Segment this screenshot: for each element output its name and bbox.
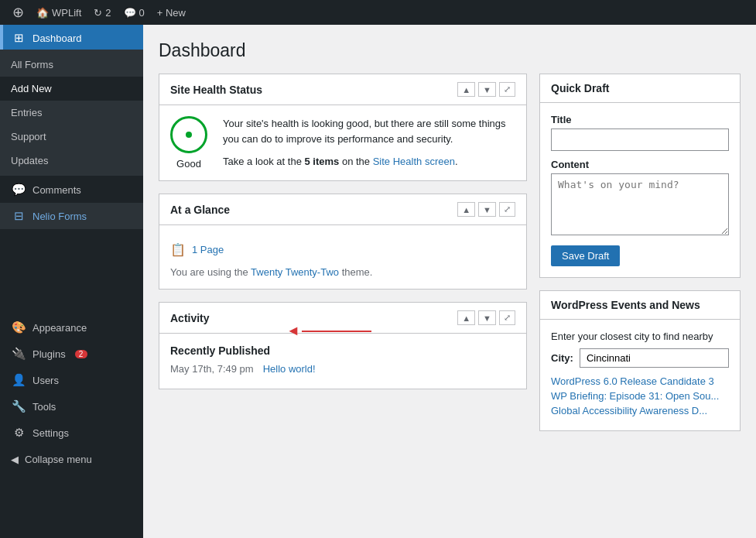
sidebar-label: Users [32, 375, 59, 386]
ata-collapse-up-btn[interactable]: ▲ [457, 202, 475, 217]
title-input[interactable] [551, 129, 729, 151]
nelio-support[interactable]: Support [0, 125, 143, 149]
activity-body: Recently Published May 17th, 7:49 pm Hel… [159, 334, 526, 389]
sidebar-item-users[interactable]: 👤 Users [0, 367, 143, 393]
home-icon: 🏠 [36, 7, 49, 19]
appearance-icon: 🎨 [11, 320, 26, 334]
collapse-up-btn[interactable]: ▲ [457, 82, 475, 97]
new-content-item[interactable]: + New [151, 0, 192, 25]
news-link-1[interactable]: WordPress 6.0 Release Candidate 3 [551, 375, 729, 387]
health-text: Your site's health is looking good, but … [223, 116, 515, 170]
content-textarea[interactable] [551, 173, 729, 235]
wp-events-header: WordPress Events and News [540, 291, 740, 320]
sidebar-label: Appearance [32, 322, 87, 334]
activity-item: May 17th, 7:49 pm Hello world! [170, 363, 515, 375]
sidebar-item-appearance[interactable]: 🎨 Appearance [0, 314, 143, 341]
health-link-text: Take a look at the 5 items on the Site H… [223, 154, 515, 170]
page-copy-icon: 📋 [170, 242, 186, 257]
sidebar-item-plugins[interactable]: 🔌 Plugins 2 [0, 341, 143, 367]
right-column: Quick Draft Title Content Save Draft Wor… [539, 74, 741, 444]
collapse-label: Collapse menu [25, 454, 92, 465]
wp-events-title: WordPress Events and News [551, 299, 700, 311]
sidebar-label: Dashboard [32, 33, 82, 44]
nelio-entries[interactable]: Entries [0, 101, 143, 125]
site-health-title: Site Health Status [170, 84, 262, 96]
sidebar-item-settings[interactable]: ⚙ Settings [0, 420, 143, 446]
act-expand-btn[interactable]: ⤢ [499, 310, 515, 325]
site-name-item[interactable]: 🏠 WPLift [30, 0, 87, 25]
widget-controls: ▲ ▼ ⤢ [457, 82, 515, 97]
quick-draft-widget: Quick Draft Title Content Save Draft [539, 74, 741, 278]
news-link-3[interactable]: Global Accessibility Awareness D... [551, 405, 729, 416]
new-label: + New [157, 7, 186, 19]
activity-controls: ▲ ▼ ⤢ [457, 310, 515, 325]
sidebar-label: Comments [32, 184, 81, 196]
comments-count: 0 [139, 7, 145, 19]
updates-icon: ↻ [94, 7, 102, 19]
content-label: Content [551, 159, 729, 170]
sidebar-item-comments[interactable]: 💬 Comments [0, 176, 143, 203]
theme-notice: You are using the Twenty Twenty-Two them… [170, 263, 515, 278]
sidebar-item-nelio-forms[interactable]: ⊟ Nelio Forms [0, 203, 143, 229]
site-health-link[interactable]: Site Health screen [373, 156, 455, 167]
pages-count-row: 📋 1 Page [170, 236, 515, 263]
city-input[interactable] [580, 348, 729, 368]
ata-collapse-down-btn[interactable]: ▼ [478, 202, 496, 217]
activity-time: May 17th, 7:49 pm [170, 363, 254, 375]
comments-item[interactable]: 💬 0 [118, 0, 151, 25]
activity-header: Activity ▲ ▼ ⤢ [159, 303, 526, 334]
pages-count-link[interactable]: 1 Page [192, 244, 224, 255]
users-icon: 👤 [11, 373, 26, 387]
wp-logo-icon: ⊕ [12, 4, 24, 21]
site-health-header: Site Health Status ▲ ▼ ⤢ [159, 74, 526, 105]
updates-item[interactable]: ↻ 2 [87, 0, 117, 25]
site-health-body: Good Your site's health is looking good,… [159, 105, 526, 180]
at-a-glance-body: 📋 1 Page You are using the Twenty Twenty… [159, 225, 526, 289]
quick-draft-title: Quick Draft [551, 82, 609, 94]
health-label: Good [176, 158, 201, 170]
act-collapse-up-btn[interactable]: ▲ [457, 310, 475, 325]
at-a-glance-controls: ▲ ▼ ⤢ [457, 202, 515, 217]
news-links: WordPress 6.0 Release Candidate 3 WP Bri… [551, 375, 729, 416]
sidebar-item-tools[interactable]: 🔧 Tools [0, 393, 143, 420]
quick-draft-body: Title Content Save Draft [540, 103, 740, 277]
expand-btn[interactable]: ⤢ [499, 82, 515, 97]
act-collapse-down-btn[interactable]: ▼ [478, 310, 496, 325]
sidebar-label: Nelio Forms [32, 211, 87, 222]
nelio-forms-icon: ⊟ [11, 209, 26, 223]
news-link-2[interactable]: WP Briefing: Episode 31: Open Sou... [551, 390, 729, 402]
tools-icon: 🔧 [11, 399, 26, 413]
page-title: Dashboard [159, 40, 741, 61]
health-circle [170, 116, 207, 153]
sidebar-label: Plugins [32, 348, 66, 360]
dashboard-grid: Site Health Status ▲ ▼ ⤢ Good [159, 74, 741, 444]
activity-widget: Activity ▲ ▼ ⤢ Recently Published May 17… [159, 302, 527, 389]
wp-events-body: Enter your closest city to find nearby C… [540, 320, 740, 430]
activity-post-link[interactable]: Hello world! [263, 363, 316, 375]
sidebar-item-dashboard[interactable]: ⊞ Dashboard [0, 25, 143, 51]
nelio-all-forms[interactable]: All Forms [0, 53, 143, 77]
recently-published-label: Recently Published [170, 344, 515, 357]
activity-title: Activity [170, 312, 210, 324]
wp-logo-item[interactable]: ⊕ [6, 0, 30, 25]
ata-expand-btn[interactable]: ⤢ [499, 202, 515, 217]
theme-link[interactable]: Twenty Twenty-Two [251, 266, 339, 278]
site-name-label: WPLift [52, 7, 81, 19]
plugins-icon: 🔌 [11, 347, 26, 361]
nelio-updates-item[interactable]: Updates [0, 149, 143, 173]
comments-icon: 💬 [124, 7, 136, 19]
plugins-badge: 2 [75, 350, 87, 358]
wp-events-widget: WordPress Events and News Enter your clo… [539, 290, 741, 431]
health-icon-block: Good [170, 116, 207, 170]
save-draft-button[interactable]: Save Draft [551, 245, 620, 266]
events-description: Enter your closest city to find nearby [551, 331, 729, 342]
collapse-down-btn[interactable]: ▼ [478, 82, 496, 97]
at-a-glance-title: At a Glance [170, 204, 230, 216]
collapse-menu[interactable]: ◀ Collapse menu [0, 446, 143, 473]
nelio-add-new[interactable]: Add New [0, 77, 143, 101]
sidebar-label: Tools [32, 401, 56, 413]
main-layout: ⊞ Dashboard Home Updates 2 🖊 Posts 🎞 Med… [0, 25, 756, 538]
sidebar: ⊞ Dashboard Home Updates 2 🖊 Posts 🎞 Med… [0, 25, 143, 538]
content-area: Dashboard Site Health Status ▲ ▼ ⤢ [143, 25, 756, 538]
health-status: Good Your site's health is looking good,… [170, 116, 515, 170]
